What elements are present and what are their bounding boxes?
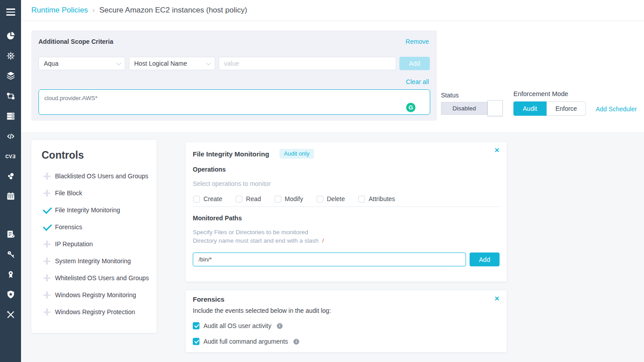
- control-item-ip-reputation[interactable]: IP Reputation: [31, 236, 157, 253]
- images-layers-icon[interactable]: [0, 70, 21, 81]
- forensics-card: Forensics ✕ Include the events selected …: [186, 290, 507, 352]
- checkbox-icon: [193, 322, 199, 329]
- paths-help-text: Directory name must start and end with a…: [193, 237, 318, 244]
- menu-icon[interactable]: [0, 7, 21, 17]
- file-integrity-monitoring-card: File Integrity Monitoring Audit only ✕ O…: [186, 142, 507, 282]
- vulnerabilities-cve-icon[interactable]: CVƎ: [0, 151, 21, 162]
- control-item-system-integrity-monitoring[interactable]: System Integrity Monitoring: [31, 253, 157, 269]
- runtime-security-shield-icon[interactable]: [0, 289, 21, 300]
- controls-title: Controls: [42, 149, 84, 161]
- page-title: Secure Amazon EC2 instances (host policy…: [99, 6, 247, 15]
- plus-icon: [42, 257, 51, 265]
- read-checkbox[interactable]: Read: [236, 195, 261, 202]
- forensics-card-title: Forensics: [193, 295, 225, 303]
- containers-cluster-icon[interactable]: [0, 171, 21, 181]
- close-icon[interactable]: ✕: [494, 295, 500, 302]
- checkbox-icon: [236, 196, 242, 202]
- control-item-label: Whitelisted OS Users and Groups: [55, 274, 149, 282]
- functions-code-icon[interactable]: [0, 131, 21, 142]
- schedules-calendar-icon[interactable]: [0, 191, 21, 202]
- paths-help-line1: Specify Files or Directories to be monit…: [193, 229, 308, 236]
- control-item-label: Windows Registry Monitoring: [55, 291, 136, 299]
- control-item-file-integrity-monitoring[interactable]: File Integrity Monitoring: [31, 202, 157, 219]
- add-scheduler-link[interactable]: Add Scheduler: [596, 105, 637, 113]
- control-item-whitelisted-os-users[interactable]: Whitelisted OS Users and Groups: [31, 269, 157, 286]
- checkbox-label: Create: [203, 195, 222, 202]
- compliance-award-icon[interactable]: [0, 269, 21, 280]
- status-toggle[interactable]: Disabled: [441, 102, 487, 115]
- info-icon[interactable]: [277, 323, 283, 329]
- checkbox-icon: [358, 196, 365, 202]
- control-item-label: IP Reputation: [55, 240, 93, 248]
- audit-mode-button[interactable]: Audit: [513, 101, 547, 116]
- check-icon: [42, 206, 51, 215]
- scope-add-button[interactable]: Add: [399, 57, 430, 70]
- control-item-forensics[interactable]: Forensics: [31, 219, 157, 236]
- scope-attribute-value: Host Logical Name: [134, 60, 187, 67]
- close-icon[interactable]: ✕: [494, 147, 500, 154]
- breadcrumb-separator-icon: ›: [93, 6, 95, 14]
- plus-icon: [42, 189, 51, 198]
- infrastructure-servers-icon[interactable]: [0, 111, 21, 122]
- control-item-windows-registry-monitoring[interactable]: Windows Registry Monitoring: [31, 286, 157, 303]
- enforce-mode-button[interactable]: Enforce: [547, 101, 586, 116]
- scope-criteria-row: Aqua Host Logical Name Add: [38, 57, 430, 70]
- application-scopes-workflow-icon[interactable]: [0, 91, 21, 101]
- breadcrumb-bar: Runtime Policies › Secure Amazon EC2 ins…: [21, 0, 644, 21]
- breadcrumb-runtime-policies-link[interactable]: Runtime Policies: [31, 6, 88, 15]
- dashboard-pie-chart-icon[interactable]: [0, 30, 21, 41]
- delete-checkbox[interactable]: Delete: [317, 195, 345, 202]
- checkbox-label: Attributes: [369, 195, 395, 202]
- checkbox-label: Modify: [285, 195, 303, 202]
- forensics-description: Include the events selected below in the…: [193, 307, 331, 314]
- check-icon: [42, 223, 51, 232]
- fim-card-header: File Integrity Monitoring Audit only: [193, 149, 314, 159]
- plus-icon: [42, 172, 51, 181]
- fim-card-title: File Integrity Monitoring: [193, 150, 269, 158]
- status-toggle-knob[interactable]: [487, 100, 503, 116]
- scope-category-select[interactable]: Aqua: [38, 57, 125, 70]
- plus-icon: [42, 290, 51, 299]
- checkbox-icon: [317, 196, 323, 202]
- checkbox-label: Delete: [327, 195, 345, 202]
- workloads-helm-icon[interactable]: [0, 51, 21, 61]
- audit-only-badge: Audit only: [280, 149, 314, 159]
- monitored-path-input[interactable]: [193, 253, 466, 266]
- control-item-label: File Integrity Monitoring: [55, 206, 120, 214]
- controls-card: Controls Blacklisted OS Users and Groups…: [31, 140, 157, 333]
- slash-hint: /: [322, 237, 324, 244]
- grammarly-icon[interactable]: G: [406, 103, 415, 112]
- audit-events-log-icon[interactable]: [0, 229, 21, 240]
- status-toggle-value: Disabled: [453, 105, 476, 112]
- scope-attribute-select[interactable]: Host Logical Name: [129, 57, 215, 70]
- add-path-button[interactable]: Add: [470, 253, 500, 266]
- additional-scope-criteria-panel: Additional Scope Criteria Remove Aqua Ho…: [31, 30, 437, 121]
- operations-checkbox-row: Create Read Modify Delete Attributes: [193, 195, 395, 202]
- secrets-key-icon[interactable]: [0, 249, 21, 260]
- chevron-down-icon: [206, 60, 211, 65]
- control-item-label: File Block: [55, 189, 82, 197]
- controls-list: Blacklisted OS Users and Groups File Blo…: [31, 168, 157, 320]
- operations-placeholder: Select operations to monitor: [193, 180, 271, 187]
- audit-os-user-activity-checkbox[interactable]: Audit all OS user activity: [193, 322, 283, 329]
- remove-scope-link[interactable]: Remove: [406, 38, 429, 45]
- paths-help-line2: Directory name must start and end with a…: [193, 237, 324, 244]
- divider: [193, 206, 500, 207]
- checkbox-label: Audit full command arguments: [203, 338, 288, 345]
- audit-full-command-arguments-checkbox[interactable]: Audit full command arguments: [193, 338, 299, 345]
- control-item-windows-registry-protection[interactable]: Windows Registry Protection: [31, 303, 157, 320]
- info-icon[interactable]: [293, 339, 299, 345]
- chevron-down-icon: [116, 60, 121, 65]
- monitored-paths-title: Monitored Paths: [193, 215, 242, 222]
- scope-expression-textarea[interactable]: cloud.provider.AWS*: [38, 89, 430, 115]
- control-item-blacklisted-os-users[interactable]: Blacklisted OS Users and Groups: [31, 168, 157, 185]
- modify-checkbox[interactable]: Modify: [275, 195, 303, 202]
- clear-all-link[interactable]: Clear all: [406, 78, 429, 85]
- control-item-file-block[interactable]: File Block: [31, 185, 157, 202]
- scope-value-input[interactable]: [219, 57, 396, 70]
- settings-tools-icon[interactable]: [0, 309, 21, 320]
- attributes-checkbox[interactable]: Attributes: [358, 195, 395, 202]
- plus-icon: [42, 274, 51, 282]
- checkbox-label: Read: [246, 195, 261, 202]
- create-checkbox[interactable]: Create: [193, 195, 222, 202]
